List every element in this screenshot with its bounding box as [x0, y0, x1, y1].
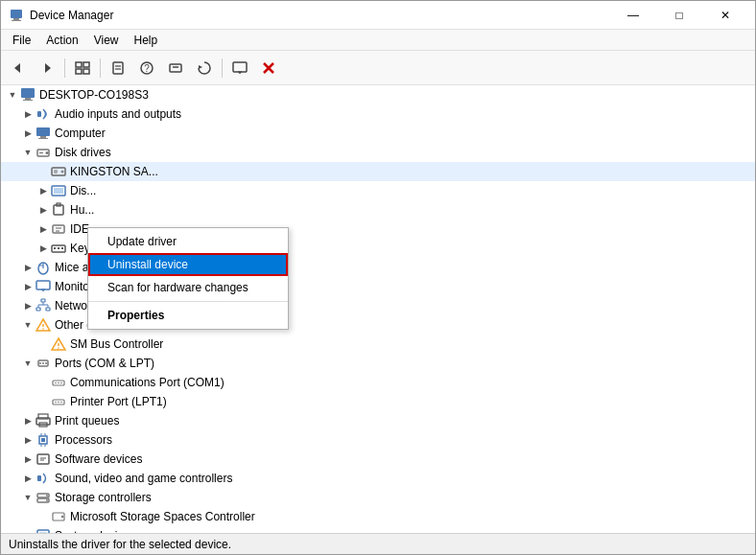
- system-label: System devices: [55, 529, 135, 533]
- menu-help[interactable]: Help: [127, 32, 166, 49]
- ctx-properties[interactable]: Properties: [88, 304, 288, 327]
- svg-rect-86: [37, 454, 49, 464]
- storage-label: Storage controllers: [55, 491, 152, 504]
- maximize-button[interactable]: □: [657, 1, 701, 30]
- lpt1-icon: [51, 394, 66, 409]
- device-manager-window: Device Manager — □ ✕ File Action View He…: [0, 0, 756, 555]
- svg-point-61: [42, 328, 44, 330]
- svg-point-71: [58, 382, 59, 384]
- tree-item-storage[interactable]: ▼ Storage controllers: [1, 488, 755, 507]
- uninstall-button[interactable]: [162, 55, 189, 81]
- update-driver-button[interactable]: ?: [133, 55, 160, 81]
- svg-point-72: [60, 382, 62, 384]
- ctx-uninstall-device[interactable]: Uninstall device: [88, 253, 288, 276]
- menu-bar: File Action View Help: [1, 30, 755, 51]
- svg-rect-5: [76, 62, 82, 67]
- tree-item-sound[interactable]: ▶ Sound, video and game controllers: [1, 469, 755, 488]
- ctx-scan-changes[interactable]: Scan for hardware changes: [88, 276, 288, 299]
- svg-rect-36: [54, 188, 63, 194]
- svg-rect-6: [83, 62, 89, 67]
- svg-rect-53: [36, 308, 40, 311]
- show-hidden-button[interactable]: [69, 55, 96, 81]
- software-icon: [35, 451, 51, 467]
- back-button[interactable]: [5, 55, 32, 81]
- root-label: DESKTOP-CO198S3: [39, 88, 149, 102]
- tree-root[interactable]: ▼ DESKTOP-CO198S3: [1, 85, 755, 104]
- svg-rect-7: [76, 69, 82, 74]
- tree-item-smbus[interactable]: SM Bus Controller: [1, 335, 755, 354]
- disk-expander[interactable]: ▼: [20, 145, 35, 160]
- properties-button[interactable]: [105, 55, 131, 81]
- svg-point-93: [46, 499, 48, 501]
- tree-item-com1[interactable]: Communications Port (COM1): [1, 373, 755, 392]
- tree-item-processors[interactable]: ▶ Processors: [1, 430, 755, 450]
- svg-rect-43: [54, 247, 56, 249]
- audio-expander[interactable]: ▶: [20, 106, 35, 122]
- tree-item-software[interactable]: ▶ Software devices: [1, 450, 755, 469]
- mice-icon: [35, 260, 51, 275]
- svg-rect-97: [39, 532, 47, 533]
- svg-marker-4: [45, 63, 51, 73]
- computer-icon-2: [35, 126, 51, 141]
- svg-rect-39: [53, 225, 64, 233]
- other-icon: [35, 317, 51, 333]
- com1-icon: [51, 375, 66, 390]
- menu-view[interactable]: View: [86, 32, 127, 49]
- ports-icon: [35, 356, 51, 371]
- menu-action[interactable]: Action: [38, 32, 85, 49]
- audio-icon: [35, 106, 51, 122]
- close-button[interactable]: ✕: [703, 1, 747, 30]
- status-bar: Uninstalls the driver for the selected d…: [1, 533, 755, 554]
- svg-rect-54: [46, 308, 50, 311]
- kingston-expander: [35, 164, 51, 179]
- com1-label: Communications Port (COM1): [70, 376, 224, 389]
- menu-file[interactable]: File: [5, 32, 38, 49]
- svg-rect-0: [11, 10, 22, 18]
- main-content: ▼ DESKTOP-CO198S3 ▶: [1, 85, 755, 533]
- svg-rect-89: [37, 475, 41, 481]
- tree-item-computer[interactable]: ▶ Computer: [1, 124, 755, 143]
- computer-expander[interactable]: ▶: [20, 126, 35, 141]
- status-text: Uninstalls the driver for the selected d…: [9, 538, 231, 551]
- tree-item-ports[interactable]: ▼ Ports (COM & LPT): [1, 354, 755, 373]
- tree-item-system[interactable]: ▶ System devices: [1, 526, 755, 533]
- svg-marker-16: [199, 65, 202, 69]
- toolbar-separator-2: [100, 58, 101, 78]
- delete-button[interactable]: [255, 55, 282, 81]
- dis-icon: [51, 183, 66, 198]
- mssc-icon: [51, 509, 66, 524]
- svg-rect-9: [113, 62, 123, 74]
- print-label: Print queues: [55, 414, 119, 428]
- tree-item-kingston[interactable]: KINGSTON SA...: [1, 162, 755, 181]
- window-title: Device Manager: [30, 9, 611, 22]
- svg-point-74: [55, 402, 57, 404]
- monitors-icon: [35, 279, 51, 294]
- disk-icon: [35, 145, 51, 160]
- window-icon: [9, 8, 24, 23]
- tree-item-disk-drives[interactable]: ▼ Disk drives: [1, 143, 755, 162]
- network-icon: [35, 298, 51, 313]
- tree-item-print[interactable]: ▶ Print queues: [1, 411, 755, 430]
- scan-changes-button[interactable]: [191, 55, 218, 81]
- ctx-update-driver[interactable]: Update driver: [88, 230, 288, 253]
- window-controls: — □ ✕: [611, 1, 747, 30]
- svg-rect-27: [40, 136, 46, 138]
- device-tree[interactable]: ▼ DESKTOP-CO198S3 ▶: [1, 85, 755, 533]
- tree-item-lpt1[interactable]: Printer Port (LPT1): [1, 392, 755, 411]
- computer-label: Computer: [55, 127, 106, 140]
- toolbar-separator-3: [222, 58, 223, 78]
- tree-item-mssc[interactable]: Microsoft Storage Spaces Controller: [1, 507, 755, 526]
- hu-icon: [51, 202, 66, 218]
- monitor-button[interactable]: [226, 55, 253, 81]
- root-expander[interactable]: ▼: [5, 87, 20, 103]
- tree-item-audio[interactable]: ▶ Audio inputs and outputs: [1, 104, 755, 124]
- tree-item-dis[interactable]: ▶ Dis...: [1, 181, 755, 200]
- svg-rect-81: [41, 438, 45, 442]
- minimize-button[interactable]: —: [611, 1, 655, 30]
- toolbar-separator-1: [64, 58, 65, 78]
- svg-rect-23: [25, 98, 31, 100]
- svg-rect-49: [36, 281, 50, 289]
- forward-button[interactable]: [34, 55, 60, 81]
- tree-item-hu[interactable]: ▶ Hu...: [1, 200, 755, 220]
- toolbar: ?: [1, 51, 755, 85]
